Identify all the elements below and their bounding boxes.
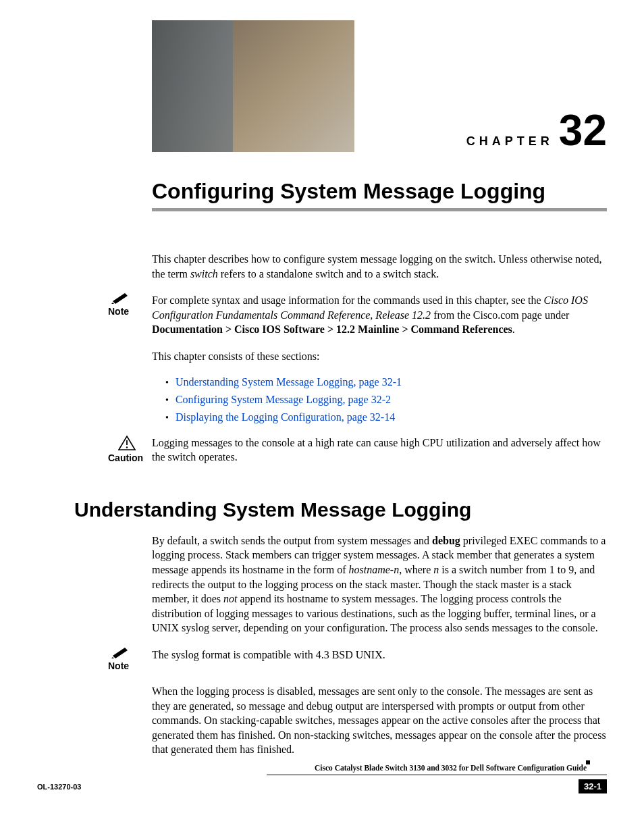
toc-item: • Configuring System Message Logging, pa… (165, 394, 607, 406)
text-italic: hostname-n (349, 564, 400, 575)
chapter-number: 32 (559, 113, 607, 148)
text: For complete syntax and usage informatio… (152, 294, 544, 306)
chapter-label-block: CHAPTER 32 (466, 113, 607, 152)
caution-label: Caution (108, 452, 143, 463)
text-bold: debug (432, 535, 460, 546)
text-italic: not (223, 593, 237, 604)
text: By default, a switch sends the output fr… (152, 535, 432, 546)
text: , where (399, 564, 433, 575)
note-icon (111, 648, 130, 658)
toc-link-understanding[interactable]: Understanding System Message Logging, pa… (176, 376, 402, 388)
footer-rule (267, 775, 607, 775)
bullet-icon: • (165, 377, 169, 388)
chapter-photo (152, 20, 354, 152)
bullet-icon: • (165, 395, 169, 406)
bullet-icon: • (165, 413, 169, 423)
sections-intro: This chapter consists of these sections: (152, 349, 607, 364)
caution-block: Caution Logging messages to the console … (37, 436, 607, 465)
toc-link-configuring[interactable]: Configuring System Message Logging, page… (176, 394, 391, 406)
toc-item: • Understanding System Message Logging, … (165, 376, 607, 388)
chapter-title: Configuring System Message Logging (152, 179, 607, 204)
page-footer: Cisco Catalyst Blade Switch 3130 and 303… (37, 764, 607, 793)
note-label: Note (108, 660, 129, 671)
note-icon (111, 293, 130, 304)
toc-link-displaying[interactable]: Displaying the Logging Configuration, pa… (176, 411, 395, 423)
footer-doc-number: OL-13270-03 (37, 783, 81, 791)
body-paragraph: By default, a switch sends the output fr… (152, 533, 607, 635)
caution-icon (118, 436, 136, 450)
page-number: 32-1 (579, 779, 607, 793)
intro-paragraph: This chapter describes how to configure … (152, 252, 607, 281)
section-heading: Understanding System Message Logging (74, 498, 607, 521)
note-text: The syslog format is compatible with 4.3… (152, 648, 607, 662)
chapter-word: CHAPTER (466, 134, 554, 149)
text: refers to a standalone switch and to a s… (218, 268, 439, 280)
toc-item: • Displaying the Logging Configuration, … (165, 411, 607, 423)
caution-text: Logging messages to the console at a hig… (152, 436, 607, 465)
chapter-header: CHAPTER 32 (152, 20, 607, 152)
text: from the Cisco.com page under (431, 309, 569, 321)
note-block: Note For complete syntax and usage infor… (37, 293, 607, 337)
note-text: For complete syntax and usage informatio… (152, 293, 607, 337)
text-italic: switch (190, 268, 218, 280)
title-rule (152, 208, 607, 211)
text: . (512, 323, 515, 335)
svg-point-1 (126, 446, 128, 448)
note-block: Note The syslog format is compatible wit… (37, 648, 607, 672)
toc-list: • Understanding System Message Logging, … (165, 376, 607, 423)
body-paragraph: When the logging process is disabled, me… (152, 684, 607, 757)
note-label: Note (108, 306, 129, 317)
footer-tick (586, 760, 590, 764)
text-bold: Documentation > Cisco IOS Software > 12.… (152, 323, 512, 335)
footer-doc-title: Cisco Catalyst Blade Switch 3130 and 303… (37, 764, 587, 772)
